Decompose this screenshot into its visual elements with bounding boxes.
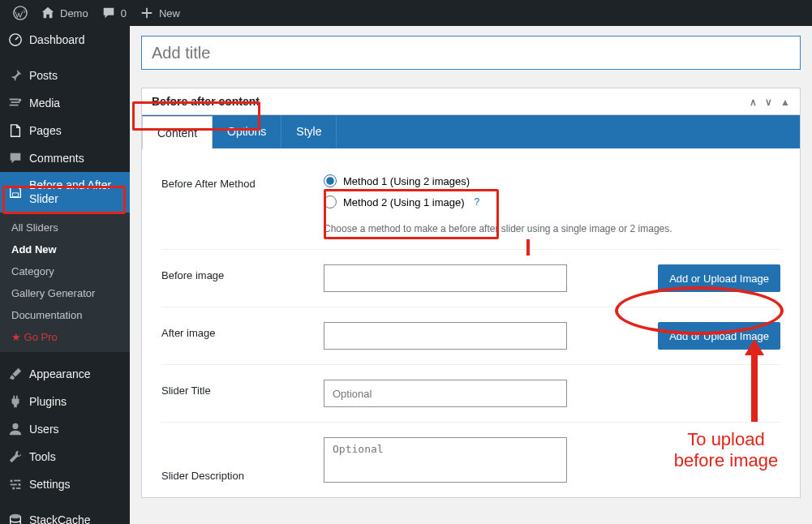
wrench-icon	[8, 449, 23, 464]
svg-rect-5	[11, 479, 13, 482]
upload-after-image-button[interactable]: Add or Upload Image	[658, 322, 780, 350]
sidebar-item-media[interactable]: Media	[0, 89, 130, 117]
svg-point-4	[12, 423, 18, 428]
sidebar-item-comments[interactable]: Comments	[0, 144, 130, 172]
stack-icon	[8, 513, 23, 524]
metabox-title: Before after content	[152, 95, 260, 108]
submenu-category[interactable]: Category	[0, 260, 130, 282]
field-label-before-image: Before image	[161, 264, 324, 281]
metabox-tabs: Content Options Style	[142, 115, 800, 148]
comments-icon	[8, 151, 23, 165]
metabox-header[interactable]: Before after content ∧ ∨ ▲	[142, 88, 800, 115]
field-label-method: Before After Method	[161, 173, 324, 190]
svg-rect-10	[16, 487, 20, 489]
radio-method-1[interactable]: Method 1 (Using 2 images)	[324, 173, 780, 189]
dashboard-icon	[8, 32, 23, 47]
plus-icon	[140, 6, 154, 20]
sidebar-item-pages[interactable]: Pages	[0, 117, 130, 144]
svg-point-11	[11, 513, 21, 518]
settings-icon	[8, 477, 23, 492]
tab-content[interactable]: Content	[142, 116, 213, 149]
tab-style[interactable]: Style	[281, 115, 337, 148]
brush-icon	[8, 367, 23, 381]
submenu-add-new[interactable]: Add New	[0, 238, 130, 260]
before-image-input[interactable]	[324, 264, 567, 292]
after-image-input[interactable]	[324, 322, 567, 350]
slider-title-input[interactable]	[324, 380, 567, 407]
field-label-slider-title: Slider Title	[161, 380, 324, 397]
svg-point-2	[19, 99, 22, 102]
sidebar-item-tools[interactable]: Tools	[0, 443, 130, 470]
radio-method-1-input[interactable]	[324, 174, 337, 187]
sidebar-item-posts[interactable]: Posts	[0, 62, 130, 89]
submenu-all-sliders[interactable]: All Sliders	[0, 217, 130, 238]
site-home[interactable]: Demo	[34, 6, 95, 20]
sidebar-item-users[interactable]: Users	[0, 415, 130, 443]
admin-sidebar: Dashboard Posts Media Pages Comments Bef…	[0, 26, 130, 524]
comments-count[interactable]: 0	[95, 6, 133, 20]
disk-icon	[8, 185, 23, 200]
tab-options[interactable]: Options	[213, 115, 281, 148]
method-description: Choose a method to make a before after s…	[324, 223, 780, 234]
metabox-controls: ∧ ∨ ▲	[745, 95, 790, 108]
pin-icon	[8, 68, 23, 83]
submenu-documentation[interactable]: Documentation	[0, 304, 130, 326]
sidebar-item-before-after-slider[interactable]: Before and After Slider	[0, 172, 130, 213]
sidebar-item-plugins[interactable]: Plugins	[0, 388, 130, 415]
pages-icon	[8, 123, 23, 138]
sidebar-item-dashboard[interactable]: Dashboard	[0, 26, 130, 54]
submenu-gallery-generator[interactable]: Gallery Generator	[0, 282, 130, 304]
radio-method-2-input[interactable]	[324, 195, 337, 208]
sidebar-item-settings[interactable]: Settings	[0, 470, 130, 498]
sidebar-submenu: All Sliders Add New Category Gallery Gen…	[0, 213, 130, 352]
help-icon[interactable]: ?	[475, 196, 480, 208]
comment-icon	[101, 6, 116, 20]
move-down-icon[interactable]: ∨	[765, 97, 772, 108]
site-name: Demo	[60, 7, 88, 19]
wp-logo[interactable]	[6, 6, 34, 20]
radio-method-2[interactable]: Method 2 (Using 1 image)?	[324, 194, 780, 210]
field-label-after-image: After image	[161, 322, 324, 339]
plugin-icon	[8, 394, 23, 409]
svg-rect-8	[11, 483, 17, 485]
svg-rect-3	[12, 193, 18, 197]
media-icon	[8, 96, 23, 110]
user-icon	[8, 422, 23, 436]
slider-description-input[interactable]	[324, 437, 567, 483]
upload-before-image-button[interactable]: Add or Upload Image	[658, 264, 780, 292]
svg-rect-7	[19, 483, 21, 486]
svg-rect-9	[12, 487, 15, 489]
field-label-slider-description: Slider Description	[161, 437, 324, 482]
toggle-icon[interactable]: ▲	[780, 97, 790, 108]
admin-toolbar: Demo 0 New	[0, 0, 812, 26]
tab-panel-content: Before After Method Method 1 (Using 2 im…	[142, 148, 800, 497]
sidebar-item-stackcache[interactable]: StackCache	[0, 506, 130, 524]
sidebar-item-appearance[interactable]: Appearance	[0, 360, 130, 388]
post-title-input[interactable]	[141, 36, 801, 70]
move-up-icon[interactable]: ∧	[750, 97, 757, 108]
svg-rect-6	[14, 479, 20, 481]
submenu-go-pro[interactable]: ★ Go Pro	[0, 326, 130, 348]
home-icon	[41, 6, 55, 20]
main-content: Before after content ∧ ∨ ▲ Content Optio…	[130, 26, 812, 524]
new-content[interactable]: New	[133, 6, 187, 20]
metabox-before-after: Before after content ∧ ∨ ▲ Content Optio…	[141, 88, 801, 498]
